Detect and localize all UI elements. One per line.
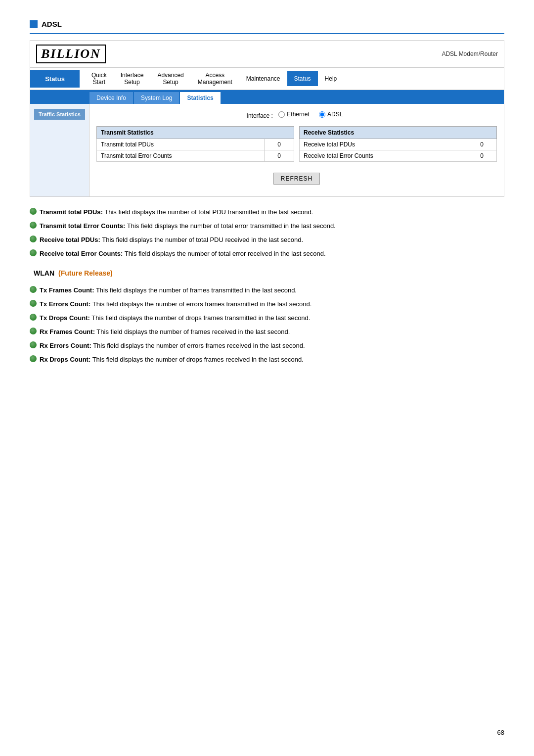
- desc-item-receive-pdus: Receive total PDUs: This field displays …: [30, 235, 504, 245]
- transmit-stats-header: Transmit Statistics: [97, 126, 294, 139]
- sub-tab-statistics[interactable]: Statistics: [180, 92, 220, 104]
- transmit-pdus-label: Transmit total PDUs: [97, 139, 265, 150]
- adsl-modem-label: ADSL Modem/Router: [442, 50, 498, 57]
- nav-item-quick-start[interactable]: Quick Start: [85, 68, 114, 90]
- nav-bar: Status Quick Start Interface Setup Advan…: [30, 68, 504, 90]
- table-row: Transmit total PDUs 0: [97, 139, 294, 150]
- refresh-row: REFRESH: [96, 168, 497, 189]
- bullet-icon: [30, 341, 37, 348]
- nav-item-access-management[interactable]: Access Management: [191, 68, 239, 90]
- page-number: 68: [497, 729, 504, 736]
- sub-tab-bar: Device Info System Log Statistics: [30, 90, 504, 104]
- wlan-section-header: WLAN (Future Release): [30, 269, 504, 277]
- bullet-icon: [30, 300, 37, 307]
- nav-item-line1: Maintenance: [246, 75, 280, 82]
- desc-item-tx-frames: Tx Frames Count: This field displays the…: [30, 285, 504, 296]
- transmit-pdus-value: 0: [265, 139, 294, 150]
- ethernet-radio-label[interactable]: Ethernet: [278, 111, 309, 118]
- desc-term: Receive total PDUs:: [40, 236, 100, 243]
- nav-item-line1: Interface: [121, 72, 144, 79]
- bullet-icon: [30, 355, 37, 362]
- desc-term: Receive total Error Counts:: [40, 250, 123, 257]
- blue-square-icon: [30, 20, 38, 28]
- desc-item-rx-errors: Rx Errors Count: This field displays the…: [30, 340, 504, 351]
- desc-text: Rx Drops Count: This field displays the …: [40, 354, 504, 365]
- ethernet-radio[interactable]: [278, 111, 285, 118]
- panel-header: BILLION ADSL Modem/Router: [30, 41, 504, 68]
- desc-body: This field displays the number of frames…: [96, 328, 290, 335]
- sidebar: Traffic Statistics: [30, 104, 89, 196]
- desc-body: This field displays the number of total …: [125, 250, 326, 257]
- nav-item-maintenance[interactable]: Maintenance: [239, 71, 287, 86]
- adsl-section-header: ADSL: [30, 20, 504, 28]
- desc-term: Transmit total Error Counts:: [40, 222, 125, 230]
- desc-body: This field displays the number of frames…: [96, 286, 297, 294]
- transmit-errors-label: Transmit total Error Counts: [97, 150, 265, 161]
- wlan-title: WLAN: [34, 269, 54, 277]
- nav-item-help[interactable]: Help: [318, 71, 344, 86]
- router-panel: BILLION ADSL Modem/Router Status Quick S…: [30, 40, 504, 197]
- bullet-icon: [30, 249, 37, 256]
- refresh-button[interactable]: REFRESH: [273, 173, 320, 185]
- ethernet-label: Ethernet: [287, 111, 309, 118]
- desc-item-receive-errors: Receive total Error Counts: This field d…: [30, 248, 504, 259]
- transmit-statistics-table: Transmit Statistics Transmit total PDUs …: [96, 126, 294, 162]
- bullet-icon: [30, 314, 37, 321]
- receive-statistics-table: Receive Statistics Receive total PDUs 0 …: [299, 126, 497, 162]
- wlan-future-label: (Future Release): [58, 269, 113, 277]
- nav-item-interface-setup[interactable]: Interface Setup: [114, 68, 151, 90]
- adsl-descriptions: Transmit total PDUs: This field displays…: [30, 207, 504, 259]
- nav-item-status[interactable]: Status: [287, 71, 318, 86]
- desc-text: Tx Drops Count: This field displays the …: [40, 313, 504, 324]
- desc-body: This field displays the number of errors…: [93, 342, 305, 349]
- nav-item-line2: Setup: [121, 79, 144, 86]
- nav-item-line1: Help: [325, 75, 337, 82]
- bullet-icon: [30, 208, 37, 215]
- bullet-icon: [30, 328, 37, 334]
- desc-text: Tx Frames Count: This field displays the…: [40, 285, 504, 296]
- desc-text: Receive total PDUs: This field displays …: [40, 235, 504, 245]
- desc-item-tx-errors: Tx Errors Count: This field displays the…: [30, 299, 504, 310]
- desc-body: This field displays the number of total …: [102, 236, 303, 243]
- adsl-radio-label[interactable]: ADSL: [319, 111, 343, 118]
- receive-errors-value: 0: [467, 150, 497, 161]
- content-area: Traffic Statistics Interface : Ethernet …: [30, 104, 504, 196]
- nav-status[interactable]: Status: [30, 70, 80, 88]
- receive-pdus-label: Receive total PDUs: [300, 139, 467, 150]
- nav-item-line1: Access: [198, 72, 232, 79]
- main-content: Interface : Ethernet ADSL Transmit Stati…: [89, 104, 504, 196]
- desc-term: Rx Frames Count:: [40, 328, 95, 335]
- nav-item-line2: Start: [91, 79, 107, 86]
- desc-item-tx-drops: Tx Drops Count: This field displays the …: [30, 313, 504, 324]
- desc-term: Tx Drops Count:: [40, 314, 90, 322]
- nav-item-line1: Quick: [91, 72, 107, 79]
- transmit-errors-value: 0: [265, 150, 294, 161]
- sidebar-item-traffic-statistics[interactable]: Traffic Statistics: [34, 109, 85, 120]
- bullet-icon: [30, 236, 37, 242]
- receive-stats-header: Receive Statistics: [300, 126, 497, 139]
- desc-term: Rx Errors Count:: [40, 342, 91, 349]
- desc-item-rx-drops: Rx Drops Count: This field displays the …: [30, 354, 504, 365]
- section-divider: [30, 33, 504, 34]
- desc-text: Tx Errors Count: This field displays the…: [40, 299, 504, 310]
- desc-term: Transmit total PDUs:: [40, 208, 103, 216]
- desc-body: This field displays the number of total …: [127, 222, 336, 230]
- nav-item-line2: Management: [198, 79, 232, 86]
- desc-text: Transmit total PDUs: This field displays…: [40, 207, 504, 218]
- adsl-radio[interactable]: [319, 111, 325, 118]
- desc-body: This field displays the number of total …: [104, 208, 313, 216]
- adsl-label: ADSL: [327, 111, 343, 118]
- desc-item-rx-frames: Rx Frames Count: This field displays the…: [30, 327, 504, 337]
- table-row: Receive total Error Counts 0: [300, 150, 497, 161]
- desc-text: Transmit total Error Counts: This field …: [40, 221, 504, 232]
- wlan-descriptions: Tx Frames Count: This field displays the…: [30, 285, 504, 366]
- stats-container: Transmit Statistics Transmit total PDUs …: [96, 126, 497, 162]
- sub-tab-system-log[interactable]: System Log: [134, 92, 179, 104]
- nav-item-advanced-setup[interactable]: Advanced Setup: [150, 68, 190, 90]
- desc-item-transmit-pdus: Transmit total PDUs: This field displays…: [30, 207, 504, 218]
- sub-tab-device-info[interactable]: Device Info: [89, 92, 133, 104]
- bullet-icon: [30, 286, 37, 293]
- nav-item-line2: Setup: [157, 79, 183, 86]
- interface-selector: Interface : Ethernet ADSL: [96, 111, 497, 119]
- interface-label: Interface :: [247, 112, 273, 119]
